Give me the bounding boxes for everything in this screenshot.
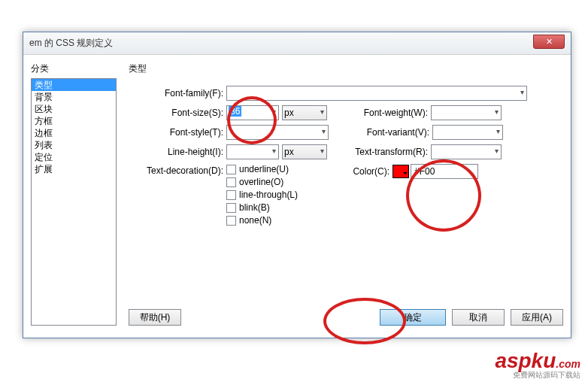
close-button[interactable]: ✕ — [533, 35, 565, 49]
line-height-combo[interactable] — [226, 144, 279, 159]
text-transform-label: Text-transform(R): — [341, 147, 431, 157]
font-style-combo[interactable] — [226, 125, 329, 140]
font-family-label: Font-family(F): — [129, 88, 226, 99]
overline-label: overline(O) — [239, 177, 283, 187]
category-item-position[interactable]: 定位 — [32, 151, 116, 163]
category-item-background[interactable]: 背景 — [32, 91, 116, 103]
color-input[interactable] — [411, 164, 478, 179]
category-item-extend[interactable]: 扩展 — [32, 163, 116, 175]
underline-label: underline(U) — [239, 164, 289, 174]
category-item-list[interactable]: 列表 — [32, 139, 116, 151]
color-label: Color(C): — [338, 166, 393, 177]
main-heading: 类型 — [129, 62, 563, 75]
font-size-label: Font-size(S): — [129, 108, 226, 118]
font-weight-combo[interactable] — [431, 105, 502, 120]
dialog-content: 分类 类型 背景 区块 方框 边框 列表 定位 扩展 类型 Font-famil… — [23, 55, 571, 333]
help-button[interactable]: 帮助(H) — [129, 309, 181, 326]
font-variant-combo[interactable] — [432, 125, 503, 140]
line-height-unit-combo[interactable]: px — [282, 144, 327, 159]
dialog-title: em 的 CSS 规则定义 — [29, 37, 113, 50]
line-through-checkbox[interactable] — [226, 190, 236, 200]
underline-checkbox[interactable] — [226, 165, 236, 174]
font-size-unit-combo[interactable]: px — [282, 105, 327, 120]
button-row: 帮助(H) 确定 取消 应用(A) — [129, 309, 563, 326]
ok-button[interactable]: 确定 — [380, 309, 446, 326]
apply-button[interactable]: 应用(A) — [511, 309, 563, 326]
watermark: aspku.com 免费网站源码下载站 — [495, 349, 580, 380]
main-panel: 类型 Font-family(F): Font-size(S): 36 px F… — [117, 62, 563, 326]
blink-label: blink(B) — [239, 202, 270, 213]
none-checkbox[interactable] — [226, 216, 236, 226]
blink-checkbox[interactable] — [226, 203, 236, 213]
font-variant-label: Font-variant(V): — [342, 127, 432, 138]
form-area: Font-family(F): Font-size(S): 36 px Font… — [129, 86, 563, 309]
line-height-label: Line-height(I): — [129, 147, 226, 157]
font-style-label: Font-style(T): — [129, 127, 226, 138]
category-item-type[interactable]: 类型 — [32, 79, 116, 91]
category-listbox[interactable]: 类型 背景 区块 方框 边框 列表 定位 扩展 — [31, 78, 117, 326]
dialog-window: em 的 CSS 规则定义 ✕ 分类 类型 背景 区块 方框 边框 列表 定位 … — [23, 32, 571, 338]
category-item-block[interactable]: 区块 — [32, 103, 116, 115]
cancel-button[interactable]: 取消 — [452, 309, 505, 326]
text-transform-combo[interactable] — [431, 144, 502, 159]
category-item-box[interactable]: 方框 — [32, 115, 116, 127]
line-through-label: line-through(L) — [239, 189, 298, 200]
none-label: none(N) — [239, 215, 271, 226]
font-family-combo[interactable] — [226, 86, 527, 101]
overline-checkbox[interactable] — [226, 177, 236, 187]
category-panel: 分类 类型 背景 区块 方框 边框 列表 定位 扩展 — [31, 62, 117, 326]
text-decoration-group: underline(U) overline(O) line-through(L)… — [226, 164, 298, 228]
category-label: 分类 — [31, 62, 117, 75]
titlebar: em 的 CSS 规则定义 ✕ — [23, 32, 571, 55]
category-item-border[interactable]: 边框 — [32, 127, 116, 139]
font-size-combo[interactable]: 36 — [226, 105, 279, 120]
font-weight-label: Font-weight(W): — [341, 108, 431, 118]
text-decoration-label: Text-decoration(D): — [129, 164, 226, 176]
color-swatch[interactable] — [393, 165, 409, 178]
